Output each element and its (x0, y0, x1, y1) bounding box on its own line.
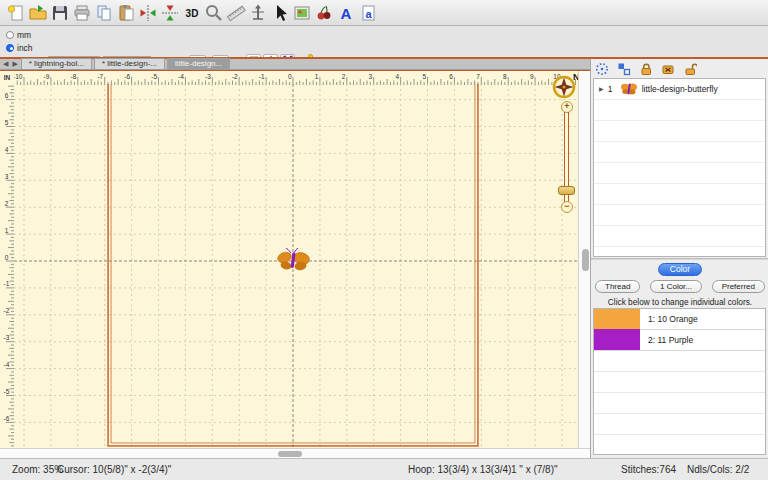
flip-horizontal-button[interactable] (137, 2, 158, 24)
magnifier-icon (204, 3, 224, 23)
thread-button[interactable]: Thread (595, 280, 640, 293)
svg-text:3D: 3D (185, 8, 198, 19)
lock-icon[interactable] (639, 62, 653, 76)
color-row-orange[interactable]: 1: 10 Orange (594, 309, 765, 330)
svg-text:8: 8 (503, 73, 507, 80)
butterfly-thumbnail (620, 82, 638, 96)
print-icon (72, 3, 92, 23)
svg-text:-3: -3 (4, 334, 10, 341)
zoom-slider: + − (557, 101, 578, 213)
print-button[interactable] (71, 2, 92, 24)
cursor-status: Cursor: 10(5/8)" x -2(3/4)" (57, 464, 171, 475)
color-list: 1: 10 Orange 2: 11 Purple (593, 308, 766, 455)
color-label-orange: 1: 10 Orange (640, 314, 698, 324)
properties-toolbar: mm inch % ? (0, 26, 768, 57)
svg-text:7: 7 (476, 73, 480, 80)
svg-text:-1: -1 (4, 280, 10, 287)
inch-radio[interactable] (6, 44, 14, 52)
svg-text:-10: -10 (14, 73, 23, 80)
lettering-button[interactable]: A (335, 2, 356, 24)
zoom-out-button[interactable]: − (561, 201, 573, 213)
measure-button[interactable] (225, 2, 246, 24)
font-file-button[interactable]: a (357, 2, 378, 24)
svg-text:-2: -2 (4, 307, 10, 314)
object-index: 1 (608, 84, 616, 94)
open-folder-icon (28, 3, 48, 23)
paste-icon (116, 3, 136, 23)
svg-text:0: 0 (5, 254, 9, 261)
orange-swatch[interactable] (594, 308, 640, 329)
horizontal-ruler: -10-9-8-7-6-5-4-3-2-1012345678910 (14, 71, 578, 84)
mm-radio-label: mm (17, 30, 31, 40)
main-toolbar: 3D A a (0, 0, 768, 26)
preferred-button[interactable]: Preferred (712, 280, 765, 293)
3d-view-button[interactable]: 3D (181, 2, 202, 24)
svg-text:3: 3 (369, 73, 373, 80)
objects-panel: ▶ 1 little-design-butterfly Color Thread… (590, 59, 768, 459)
merge-design-button[interactable] (313, 2, 334, 24)
color-label-purple: 2: 11 Purple (640, 335, 693, 345)
zoom-tool-button[interactable] (203, 2, 224, 24)
svg-text:2: 2 (5, 200, 9, 207)
save-icon (50, 3, 70, 23)
hide-icon[interactable] (661, 62, 675, 76)
svg-text:a: a (365, 7, 372, 19)
vertical-scrollbar[interactable] (578, 71, 590, 449)
svg-text:-5: -5 (4, 388, 10, 395)
mm-radio[interactable] (6, 31, 14, 39)
svg-text:-8: -8 (71, 73, 77, 80)
group-icon[interactable] (595, 62, 609, 76)
letter-a-icon: A (336, 3, 356, 23)
copy-button[interactable] (93, 2, 114, 24)
horizontal-scrollbar-thumb[interactable] (278, 451, 302, 457)
horizontal-scrollbar[interactable] (0, 448, 590, 458)
svg-text:-7: -7 (97, 73, 103, 80)
zoom-slider-handle[interactable] (558, 186, 575, 195)
svg-text:0: 0 (288, 73, 292, 80)
objects-panel-toolbar (595, 61, 697, 77)
center-design-button[interactable] (247, 2, 268, 24)
zoom-status: Zoom: 35% (12, 464, 63, 475)
disclosure-triangle-icon[interactable]: ▶ (599, 85, 604, 92)
status-bar: Zoom: 35% Cursor: 10(5/8)" x -2(3/4)" Ho… (0, 458, 768, 480)
inch-radio-label: inch (17, 43, 33, 53)
one-color-button[interactable]: 1 Color... (650, 280, 702, 293)
needles-status: Ndls/Cols: 2/2 (687, 464, 749, 475)
object-row-butterfly[interactable]: ▶ 1 little-design-butterfly (594, 79, 765, 99)
font-file-icon: a (358, 3, 378, 23)
3d-view-icon: 3D (182, 3, 202, 23)
svg-text:-2: -2 (232, 73, 238, 80)
svg-text:1: 1 (315, 73, 319, 80)
design-workspace[interactable] (14, 84, 578, 449)
color-header-button[interactable]: Color (658, 263, 702, 276)
paste-button[interactable] (115, 2, 136, 24)
new-document-icon (6, 3, 26, 23)
tab-little-design-2[interactable]: * little-design-... (94, 58, 165, 69)
tab-scroll-right-icon[interactable]: ▶ (11, 60, 18, 69)
center-design-icon (248, 3, 268, 23)
tab-little-design-active[interactable]: little-design... (167, 58, 230, 69)
pointer-button[interactable] (269, 2, 290, 24)
svg-text:9: 9 (530, 73, 534, 80)
object-list: ▶ 1 little-design-butterfly (593, 78, 766, 257)
new-document-button[interactable] (5, 2, 26, 24)
svg-text:4: 4 (5, 146, 9, 153)
open-button[interactable] (27, 2, 48, 24)
ruler-icon (226, 3, 246, 23)
svg-text:-4: -4 (178, 73, 184, 80)
save-button[interactable] (49, 2, 70, 24)
flip-vertical-button[interactable] (159, 2, 180, 24)
color-row-purple[interactable]: 2: 11 Purple (594, 330, 765, 351)
compass-rose: N (551, 72, 579, 100)
ungroup-icon[interactable] (617, 62, 631, 76)
unlock-icon[interactable] (683, 62, 697, 76)
image-button[interactable] (291, 2, 312, 24)
tab-lightning-bolt[interactable]: * lightning-bol... (21, 58, 92, 69)
purple-swatch[interactable] (594, 329, 640, 350)
vertical-scrollbar-thumb[interactable] (582, 249, 589, 271)
color-buttons-row: Thread 1 Color... Preferred (595, 280, 765, 293)
tab-scroll-left-icon[interactable]: ◀ (2, 60, 9, 69)
svg-text:3: 3 (5, 173, 9, 180)
svg-text:-6: -6 (4, 415, 10, 422)
svg-text:6: 6 (449, 73, 453, 80)
